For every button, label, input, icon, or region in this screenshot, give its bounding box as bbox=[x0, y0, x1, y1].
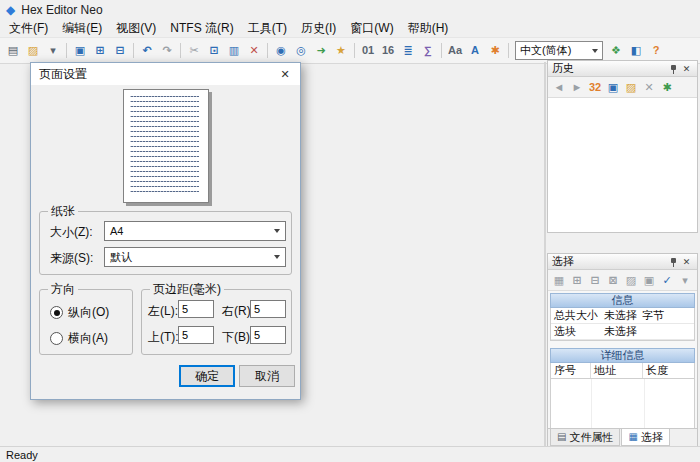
info-value: 未选择 bbox=[604, 308, 642, 323]
history-clear-button[interactable]: ✕ bbox=[640, 78, 658, 96]
cut-button[interactable]: ✂ bbox=[184, 41, 204, 61]
landscape-radio[interactable]: 横向(A) bbox=[50, 330, 108, 347]
history-open-button[interactable]: ▨ bbox=[622, 78, 640, 96]
history-panel: 历史 ✕ ◄►32▣▨✕✱ bbox=[547, 60, 698, 233]
history-panel-title: 历史 bbox=[552, 61, 667, 76]
history-close-button[interactable]: ✕ bbox=[680, 63, 693, 75]
font-button[interactable]: A bbox=[465, 41, 485, 61]
menu-help[interactable]: 帮助(H) bbox=[401, 19, 456, 38]
paper-size-value: A4 bbox=[110, 225, 123, 237]
statistics-button[interactable]: ∑ bbox=[418, 41, 438, 61]
workspace-button[interactable]: ◧ bbox=[626, 41, 646, 61]
paper-source-combo[interactable]: 默认 bbox=[104, 247, 286, 267]
save-button[interactable]: ▣ bbox=[70, 41, 90, 61]
bookmark-button[interactable]: ★ bbox=[331, 41, 351, 61]
hex-view-button[interactable]: 16 bbox=[378, 41, 398, 61]
chevron-down-icon bbox=[592, 49, 598, 53]
status-text: Ready bbox=[6, 449, 38, 461]
settings-button[interactable]: ✱ bbox=[485, 41, 505, 61]
menu-file[interactable]: 文件(F) bbox=[2, 19, 55, 38]
selection-save-button[interactable]: ▣ bbox=[640, 271, 658, 289]
branch-32-icon: 32 bbox=[589, 82, 601, 93]
history-back-button[interactable]: ◄ bbox=[550, 78, 568, 96]
dialog-close-button[interactable]: ✕ bbox=[270, 63, 300, 85]
history-settings-button[interactable]: ✱ bbox=[658, 78, 676, 96]
copy-button[interactable]: ⊡ bbox=[204, 41, 224, 61]
info-table: 总共大小 未选择 字节 选块 未选择 bbox=[550, 308, 695, 341]
pin-icon bbox=[669, 64, 678, 74]
selection-subtract-icon: ⊟ bbox=[590, 275, 599, 286]
language-combo[interactable]: 中文(简体) bbox=[515, 41, 603, 60]
selection-pin-button[interactable] bbox=[667, 256, 680, 268]
info-section-header: 信息 bbox=[550, 293, 695, 308]
selection-options-button[interactable]: ▾ bbox=[676, 271, 694, 289]
menu-window[interactable]: 窗口(W) bbox=[343, 19, 400, 38]
selection-open-button[interactable]: ▨ bbox=[622, 271, 640, 289]
copy-icon: ⊡ bbox=[209, 45, 218, 56]
margin-top-input[interactable] bbox=[178, 326, 214, 344]
tab-selection[interactable]: ▦ 选择 bbox=[621, 429, 669, 446]
app-window: ◆ Hex Editor Neo 文件(F)编辑(E)视图(V)NTFS 流(R… bbox=[0, 0, 700, 462]
font-a-icon: A bbox=[471, 45, 479, 56]
cancel-button[interactable]: 取消 bbox=[239, 365, 295, 387]
goto-button[interactable]: ➜ bbox=[311, 41, 331, 61]
paste-button[interactable]: ▥ bbox=[224, 41, 244, 61]
portrait-radio[interactable]: 纵向(O) bbox=[50, 304, 109, 321]
selection-new-icon: ▦ bbox=[554, 275, 564, 286]
selection-close-button[interactable]: ✕ bbox=[680, 256, 693, 268]
find-next-button[interactable]: ◎ bbox=[291, 41, 311, 61]
paper-size-combo[interactable]: A4 bbox=[104, 221, 286, 241]
margin-left-input[interactable] bbox=[178, 300, 214, 318]
encoding-button[interactable]: Aa bbox=[445, 41, 465, 61]
help-button[interactable]: ? bbox=[646, 41, 666, 61]
history-pin-button[interactable] bbox=[667, 63, 680, 75]
selection-tab-icon: ▦ bbox=[628, 432, 637, 442]
history-list[interactable] bbox=[548, 98, 697, 232]
ok-button[interactable]: 确定 bbox=[179, 365, 235, 387]
cut-icon: ✂ bbox=[189, 45, 198, 56]
selection-invert-button[interactable]: ⊠ bbox=[604, 271, 622, 289]
save-all-button[interactable]: ⊞ bbox=[90, 41, 110, 61]
menu-tools[interactable]: 工具(T) bbox=[241, 19, 294, 38]
history-save-button[interactable]: ▣ bbox=[604, 78, 622, 96]
undo-button[interactable]: ↶ bbox=[137, 41, 157, 61]
menu-history[interactable]: 历史(I) bbox=[294, 19, 343, 38]
open-file-button[interactable]: ▨ bbox=[23, 41, 43, 61]
toolbar-group-clipboard: ✂⊡▥✕ bbox=[184, 41, 264, 61]
find-button[interactable]: ◉ bbox=[271, 41, 291, 61]
menu-view[interactable]: 视图(V) bbox=[109, 19, 163, 38]
delete-icon: ✕ bbox=[249, 45, 258, 56]
selection-panel-header: 选择 ✕ bbox=[548, 254, 697, 270]
structure-button[interactable]: ≣ bbox=[398, 41, 418, 61]
dock-tabs: ▤ 文件属性 ▦ 选择 bbox=[548, 428, 697, 446]
save-as-button[interactable]: ⊟ bbox=[110, 41, 130, 61]
margin-bottom-input[interactable] bbox=[250, 326, 286, 344]
toolbar-group-file: ▤▨▾ bbox=[3, 41, 63, 61]
selection-add-button[interactable]: ⊞ bbox=[568, 271, 586, 289]
page-preview bbox=[123, 89, 209, 203]
window-layout-button[interactable]: ❖ bbox=[606, 41, 626, 61]
new-file-button[interactable]: ▤ bbox=[3, 41, 23, 61]
delete-button[interactable]: ✕ bbox=[244, 41, 264, 61]
tab-file-properties[interactable]: ▤ 文件属性 bbox=[550, 429, 620, 446]
menu-ntfs-streams[interactable]: NTFS 流(R) bbox=[163, 19, 240, 38]
history-branch-button[interactable]: 32 bbox=[586, 78, 604, 96]
toolbar-separator bbox=[180, 43, 181, 58]
margin-left-label: 左(L): bbox=[148, 303, 178, 320]
margin-right-input[interactable] bbox=[250, 300, 286, 318]
history-forward-button[interactable]: ► bbox=[568, 78, 586, 96]
selection-new-button[interactable]: ▦ bbox=[550, 271, 568, 289]
dock-splitter[interactable] bbox=[544, 62, 546, 447]
selection-subtract-button[interactable]: ⊟ bbox=[586, 271, 604, 289]
redo-button[interactable]: ↷ bbox=[157, 41, 177, 61]
close-icon: ✕ bbox=[280, 68, 289, 81]
paper-group-label: 纸张 bbox=[48, 204, 78, 218]
open-file-dropdown[interactable]: ▾ bbox=[43, 41, 63, 61]
selection-apply-button[interactable]: ✓ bbox=[658, 271, 676, 289]
tab-label: 文件属性 bbox=[569, 430, 613, 445]
menu-edit[interactable]: 编辑(E) bbox=[55, 19, 109, 38]
search-next-icon: ◎ bbox=[296, 45, 306, 56]
details-list[interactable] bbox=[550, 379, 695, 428]
binary-view-button[interactable]: 01 bbox=[358, 41, 378, 61]
arrow-right-icon: ► bbox=[572, 82, 583, 93]
